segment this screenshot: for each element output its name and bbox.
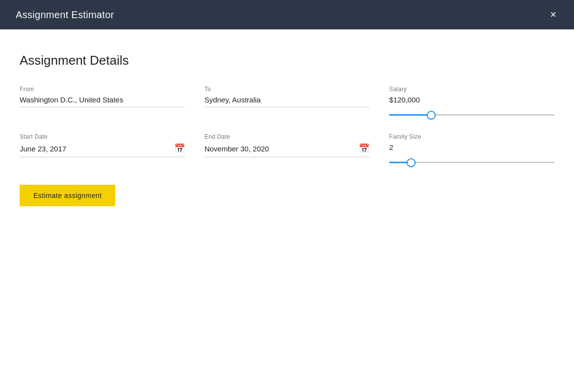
- family-size-slider[interactable]: [389, 162, 554, 163]
- family-size-label: Family Size: [389, 133, 554, 140]
- to-field: To Sydney, Australia: [205, 86, 370, 118]
- start-date-label: Start Date: [20, 133, 185, 140]
- from-field: From Washington D.C., United States: [20, 86, 185, 118]
- start-date-field: Start Date 📅: [20, 133, 185, 165]
- to-value: Sydney, Australia: [205, 96, 370, 107]
- salary-slider-container: [389, 109, 554, 118]
- salary-field: Salary $120,000: [389, 86, 554, 118]
- salary-slider[interactable]: [389, 114, 554, 116]
- salary-value: $120,000: [389, 96, 554, 104]
- form-grid: From Washington D.C., United States To S…: [20, 86, 554, 165]
- family-size-value: 2: [389, 143, 554, 151]
- from-label: From: [20, 86, 185, 93]
- family-size-field: Family Size 2: [389, 133, 554, 165]
- end-date-calendar-icon[interactable]: 📅: [359, 143, 369, 154]
- app-title: Assignment Estimator: [16, 9, 114, 21]
- start-date-input-row: 📅: [20, 143, 185, 157]
- start-date-input[interactable]: [20, 145, 174, 153]
- to-label: To: [205, 86, 370, 93]
- close-button[interactable]: ×: [548, 7, 558, 22]
- end-date-input-row: 📅: [205, 143, 370, 157]
- start-date-calendar-icon[interactable]: 📅: [174, 143, 185, 154]
- end-date-field: End Date 📅: [205, 133, 370, 165]
- app-header: Assignment Estimator ×: [0, 0, 574, 29]
- end-date-label: End Date: [205, 133, 370, 140]
- end-date-input[interactable]: [205, 145, 359, 153]
- salary-label: Salary: [389, 86, 554, 93]
- from-value: Washington D.C., United States: [20, 96, 185, 107]
- page-title: Assignment Details: [20, 53, 554, 68]
- main-content: Assignment Details From Washington D.C.,…: [0, 29, 574, 226]
- estimate-button[interactable]: Estimate assignment: [20, 185, 115, 206]
- family-size-slider-container: [389, 156, 554, 165]
